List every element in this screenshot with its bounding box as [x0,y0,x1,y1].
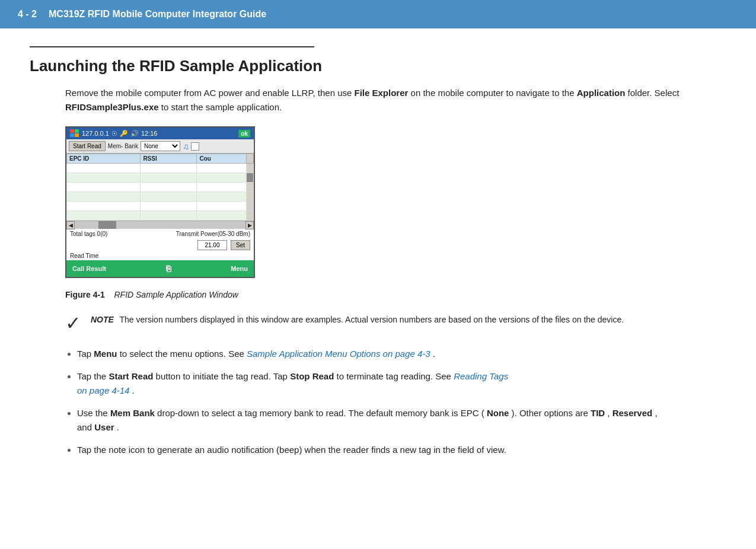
note-box: ✓ NOTE The version numbers displayed in … [65,314,646,333]
mem-bank-select[interactable]: None EPC TID Reserved User [141,141,180,151]
note-content: NOTE The version numbers displayed in th… [91,314,624,326]
bullet3-text2: drop-down to select a tag memory bank to… [157,408,484,418]
header-bar: 4 - 2 MC319Z RFID Mobile Computer Integr… [0,0,756,28]
note-icon[interactable]: ♫ [183,142,189,151]
list-item: Use the Mem Bank drop-down to select a t… [77,406,658,435]
intro-text-4: to start the sample application. [161,102,282,112]
windows-flag-icon [70,129,79,138]
list-item: Tap the Start Read button to initiate th… [77,369,658,398]
device-table: EPC ID RSSI Cou [66,154,254,221]
figure-caption-text: RFID Sample Application Window [114,290,238,299]
table-row [67,192,254,202]
power-input[interactable] [197,240,227,250]
device-status-row: Total tags 0(0) Transmit Power(05-30 dBm… [66,229,254,239]
note-text: The version numbers displayed in this wi… [120,315,624,324]
device-mockup: 127.0.0.1 ☉ 🔑 🔊 12:16 ok Start Read Mem-… [65,126,255,278]
bullet3-bold3: TID [591,408,605,418]
col-count: Cou [197,154,247,164]
scroll-col [247,154,254,164]
device-mockup-wrapper: 127.0.0.1 ☉ 🔑 🔊 12:16 ok Start Read Mem-… [65,126,726,278]
table-row [67,173,254,183]
volume-icon: 🔊 [130,130,139,138]
intro-text-3: folder. Select [628,88,680,98]
device-toolbar: Start Read Mem- Bank None EPC TID Reserv… [66,139,254,154]
bullet2-bold1: Start Read [109,371,153,381]
list-item: Tap Menu to select the menu options. See… [77,347,658,361]
call-result-button[interactable]: Call Result [72,265,106,272]
mem-bank-label: Mem- Bank [108,143,138,149]
start-read-button[interactable]: Start Read [69,141,106,151]
bullet-list: Tap Menu to select the menu options. See… [77,347,658,457]
bullet2-text3: to terminate tag reading. See [337,371,454,381]
bullet2-text1: Tap the [77,371,109,381]
bullet3-text3: ). Other options are [512,408,591,418]
device-ip: 127.0.0.1 [82,130,109,137]
figure-number: Figure 4-1 [65,290,105,299]
device-time: 12:16 [141,130,158,137]
key-icon: 🔑 [120,130,128,138]
bullet3-bold2: None [487,408,509,418]
device-titlebar: 127.0.0.1 ☉ 🔑 🔊 12:16 ok [66,127,254,139]
checkmark-icon: ✓ [65,314,81,333]
intro-text-2: on the mobile computer to navigate to th… [411,88,577,98]
bullet4-text: Tap the note icon to generate an audio n… [77,445,506,455]
figure-caption: Figure 4-1 RFID Sample Application Windo… [65,290,726,299]
device-titlebar-left: 127.0.0.1 ☉ 🔑 🔊 12:16 [70,129,157,138]
menu-button[interactable]: Menu [231,265,248,272]
keyboard-icon[interactable]: ⎘ [166,264,171,273]
bullet2-text4: . [132,385,135,395]
transmit-power-label: Transmit Power(05-30 dBm) [176,231,250,237]
total-tags-label: Total tags 0(0) [70,231,107,237]
section-title: Launching the RFID Sample Application [30,57,726,75]
bullet1-bold: Menu [94,349,117,359]
hscroll-thumb[interactable] [98,221,116,229]
set-button[interactable]: Set [231,240,250,250]
list-item: Tap the note icon to generate an audio n… [77,443,658,457]
intro-bold-exe: RFIDSample3Plus.exe [65,102,159,112]
table-row [67,202,254,211]
bullet3-text1: Use the [77,408,110,418]
bullet3-text6: . [117,422,119,432]
bullet2-bold2: Stop Read [290,371,334,381]
hscroll-right-button[interactable]: ▶ [245,221,254,229]
note-label: NOTE [91,315,114,324]
intro-paragraph: Remove the mobile computer from AC power… [65,86,688,114]
bullet1-text1: Tap [77,349,94,359]
bullet3-bold5: User [94,422,114,432]
intro-bold-application: Application [577,88,626,98]
device-readtime-row: Read Time [66,251,254,260]
device-titlebar-right: ok [238,130,250,138]
table-row [67,164,254,173]
device-hscroll: ◀ ▶ [66,221,254,229]
col-epc-id: EPC ID [67,154,141,164]
bullet3-bold1: Mem Bank [110,408,155,418]
bullet1-text2: to select the menu options. See [120,349,247,359]
hscroll-track [75,221,245,229]
device-table-scroll: EPC ID RSSI Cou [66,154,254,221]
ok-badge[interactable]: ok [238,130,250,138]
intro-bold-file-explorer: File Explorer [355,88,409,98]
table-row [67,183,254,192]
document-title: MC319Z RFID Mobile Computer Integrator G… [49,9,266,20]
read-time-label: Read Time [70,253,98,259]
wifi-icon: ☉ [111,130,117,138]
hscroll-left-button[interactable]: ◀ [66,221,75,229]
bullet2-text2: button to initiate the tag read. Tap [156,371,291,381]
bullet1-text3: . [433,349,435,359]
bullet3-bold4: Reserved [613,408,653,418]
main-content: Launching the RFID Sample Application Re… [0,28,756,489]
device-power-row: Set [66,239,254,251]
device-bottombar: Call Result ⎘ Menu [66,260,254,277]
section-rule [30,46,314,47]
intro-text-1: Remove the mobile computer from AC power… [65,88,355,98]
bullet3-text4: , [607,408,612,418]
bullet1-link[interactable]: Sample Application Menu Options on page … [247,349,430,359]
table-row [67,211,254,221]
col-rssi: RSSI [141,154,197,164]
chapter-number: 4 - 2 [18,9,37,20]
checkbox[interactable] [191,142,199,151]
